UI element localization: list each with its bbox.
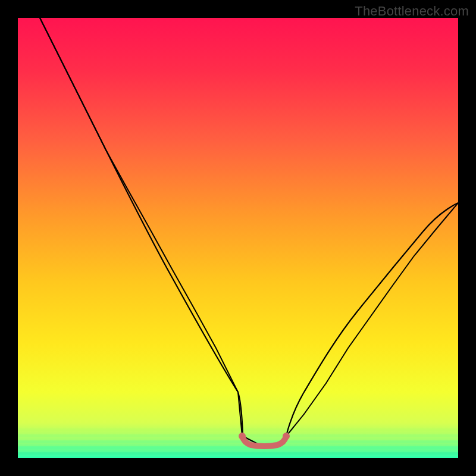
watermark-text: TheBottleneck.com bbox=[355, 4, 469, 19]
svg-rect-3 bbox=[18, 446, 458, 449]
optimal-band-start-dot bbox=[239, 433, 246, 440]
svg-rect-1 bbox=[18, 434, 458, 437]
bottleneck-chart bbox=[0, 0, 476, 476]
svg-rect-0 bbox=[18, 428, 458, 431]
svg-rect-2 bbox=[18, 440, 458, 443]
optimal-band-end-dot bbox=[283, 433, 290, 440]
svg-rect-4 bbox=[18, 452, 458, 455]
chart-container: TheBottleneck.com bbox=[0, 0, 476, 476]
